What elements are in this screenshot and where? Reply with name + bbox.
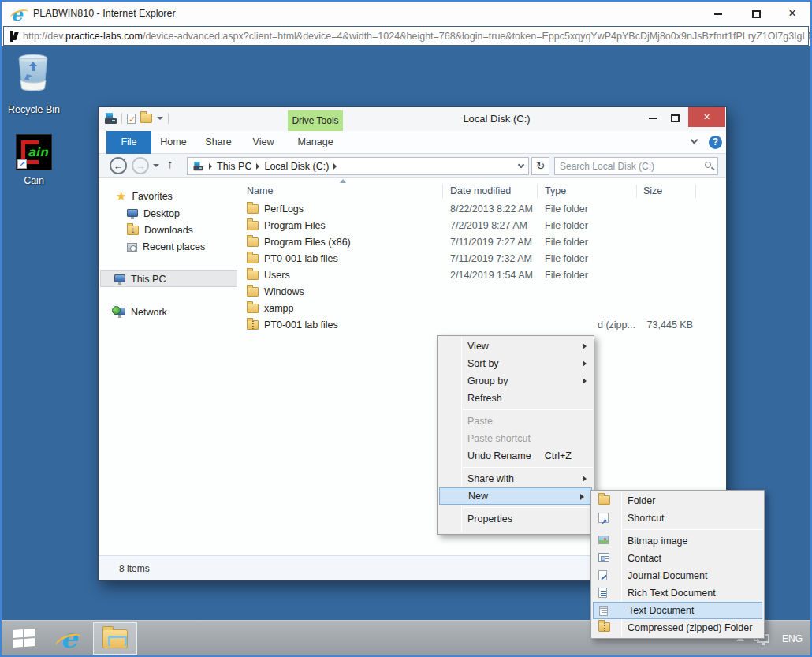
this-pc-icon[interactable] — [105, 118, 117, 124]
browser-maximize-button[interactable] — [746, 5, 766, 22]
menu-separator — [463, 409, 593, 410]
recent-places-icon — [127, 243, 137, 252]
taskbar-internet-explorer-icon[interactable]: e — [52, 622, 85, 654]
sidebar-item-network[interactable]: Network — [114, 304, 167, 320]
cain-label[interactable]: Cain — [0, 175, 69, 186]
help-icon[interactable]: ? — [709, 136, 722, 149]
column-header-type[interactable]: Type — [545, 185, 566, 196]
browser-close-button[interactable]: × — [782, 5, 803, 22]
file-row-xampp[interactable]: xampp — [239, 301, 720, 317]
rich-text-document-icon — [598, 588, 607, 598]
browser-titlebar: e PLABWIN810 - Internet Explorer × — [2, 2, 810, 25]
new-folder-icon[interactable] — [140, 114, 152, 123]
downloads-folder-icon — [127, 226, 139, 235]
recycle-bin-label[interactable]: Recycle Bin — [0, 104, 69, 115]
keyboard-shortcut: Ctrl+Z — [545, 447, 572, 465]
refresh-button[interactable]: ↻ — [531, 157, 549, 175]
file-row-program-files-x86[interactable]: Program Files (x86) 7/11/2019 7:27 AM Fi… — [239, 234, 720, 251]
start-button[interactable] — [13, 629, 35, 649]
menu-item-refresh[interactable]: Refresh — [438, 390, 594, 407]
file-row-program-files[interactable]: Program Files 7/2/2019 8:27 AM File fold… — [239, 218, 720, 234]
column-header-size[interactable]: Size — [643, 185, 662, 196]
file-explorer-icon — [102, 629, 128, 648]
drive-tools-contextual-tab[interactable]: Drive Tools — [288, 110, 343, 131]
cain-shortcut-icon[interactable]: ain ↗ — [16, 134, 52, 170]
submenu-item-shortcut[interactable]: Shortcut — [591, 510, 764, 527]
recycle-bin-icon[interactable] — [16, 54, 50, 95]
folder-icon — [598, 495, 610, 505]
text-document-icon — [599, 606, 608, 616]
submenu-item-journal-document[interactable]: Journal Document — [591, 567, 764, 584]
sidebar-item-downloads[interactable]: Downloads — [127, 222, 193, 238]
properties-icon[interactable] — [127, 114, 136, 124]
submenu-item-compressed-zipped-folder[interactable]: Compressed (zipped) Folder — [591, 619, 764, 636]
column-header-date-modified[interactable]: Date modified — [450, 185, 511, 196]
search-input[interactable] — [560, 159, 698, 174]
submenu-item-bitmap-image[interactable]: Bitmap image — [591, 532, 764, 550]
breadcrumb[interactable]: This PC Local Disk (C:) — [187, 157, 529, 175]
folder-icon — [247, 304, 259, 313]
explorer-maximize-button[interactable] — [665, 109, 685, 126]
browser-address-bar[interactable]: http://dev.practice-labs.com/device-adva… — [3, 26, 809, 46]
network-icon — [114, 308, 125, 315]
search-box — [554, 157, 718, 175]
breadcrumb-arrow-icon[interactable] — [256, 163, 259, 170]
up-button[interactable]: ↑ — [167, 157, 173, 170]
sidebar-item-favorites[interactable]: ★ Favorites — [116, 189, 173, 204]
submenu-item-rich-text-document[interactable]: Rich Text Document — [591, 584, 764, 602]
tab-share[interactable]: Share — [196, 131, 241, 154]
recent-locations-chevron-icon[interactable] — [153, 164, 159, 167]
menu-item-new[interactable]: New — [439, 487, 592, 505]
explorer-titlebar: Drive Tools Local Disk (C:) × — [99, 107, 726, 131]
menu-item-group-by[interactable]: Group by — [438, 372, 594, 390]
address-dropdown-chevron-icon[interactable] — [518, 162, 524, 168]
file-row-users[interactable]: Users 2/14/2019 1:54 AM File folder — [239, 267, 720, 284]
search-icon[interactable] — [705, 162, 711, 168]
breadcrumb-arrow-icon[interactable] — [209, 163, 212, 170]
browser-window-title: PLABWIN810 - Internet Explorer — [33, 8, 176, 19]
tab-file[interactable]: File — [106, 131, 151, 154]
menu-item-sort-by[interactable]: Sort by — [438, 355, 594, 372]
sidebar-item-this-pc[interactable]: This PC — [114, 271, 166, 287]
new-submenu: Folder Shortcut Bitmap image Contact Jou… — [590, 490, 765, 639]
expand-ribbon-chevron-icon[interactable] — [691, 136, 698, 144]
breadcrumb-local-disk[interactable]: Local Disk (C:) — [264, 161, 329, 172]
back-button[interactable]: ← — [110, 157, 127, 174]
browser-minimize-button[interactable] — [708, 5, 728, 22]
submenu-item-text-document[interactable]: Text Document — [593, 602, 762, 619]
explorer-close-button[interactable]: × — [688, 107, 725, 127]
sidebar-item-recent-places[interactable]: Recent places — [127, 239, 205, 255]
menu-item-properties[interactable]: Properties — [438, 510, 594, 528]
column-header-name[interactable]: Name — [247, 185, 273, 196]
tab-view[interactable]: View — [241, 131, 285, 154]
menu-item-view[interactable]: View — [438, 338, 594, 355]
menu-item-undo-rename[interactable]: Undo RenameCtrl+Z — [438, 447, 594, 465]
breadcrumb-this-pc[interactable]: This PC — [217, 161, 251, 172]
breadcrumb-arrow-icon[interactable] — [333, 163, 337, 170]
taskbar-file-explorer-button-active[interactable] — [93, 622, 137, 655]
file-row-pt0-001-lab-files[interactable]: PT0-001 lab files 7/11/2019 7:32 AM File… — [239, 251, 720, 267]
tab-home[interactable]: Home — [151, 131, 196, 154]
submenu-item-folder[interactable]: Folder — [591, 492, 764, 510]
language-indicator[interactable]: ENG — [782, 633, 803, 644]
submenu-item-contact[interactable]: Contact — [591, 550, 764, 567]
menu-item-paste-shortcut[interactable]: Paste shortcut — [438, 430, 594, 447]
sidebar-item-desktop[interactable]: Desktop — [127, 206, 180, 222]
tab-manage[interactable]: Manage — [288, 131, 343, 154]
recycle-bin-glyph — [16, 54, 50, 93]
file-row-perflogs[interactable]: PerfLogs 8/22/2013 8:22 AM File folder — [239, 201, 720, 218]
explorer-minimize-button[interactable] — [643, 109, 663, 126]
remote-session-screen: e PLABWIN810 - Internet Explorer × http:… — [0, 0, 812, 657]
menu-item-paste[interactable]: Paste — [438, 412, 594, 430]
menu-item-share-with[interactable]: Share with — [438, 470, 594, 487]
column-headers: Name Date modified Type Size — [239, 182, 720, 201]
customize-toolbar-chevron-icon[interactable] — [157, 117, 163, 120]
file-row-windows[interactable]: Windows — [239, 284, 720, 301]
cain-logo-text: ain — [28, 145, 48, 159]
file-size: 73,445 KB — [598, 319, 693, 330]
forward-button[interactable]: → — [132, 157, 149, 174]
file-row-pt0-001-lab-files-zip[interactable]: PT0-001 lab files d (zipp... 73,445 KB — [239, 317, 720, 334]
item-count: 8 items — [119, 563, 150, 574]
desktop-monitor-icon — [127, 209, 138, 217]
url-text: http://dev.practice-labs.com/device-adva… — [23, 31, 812, 42]
